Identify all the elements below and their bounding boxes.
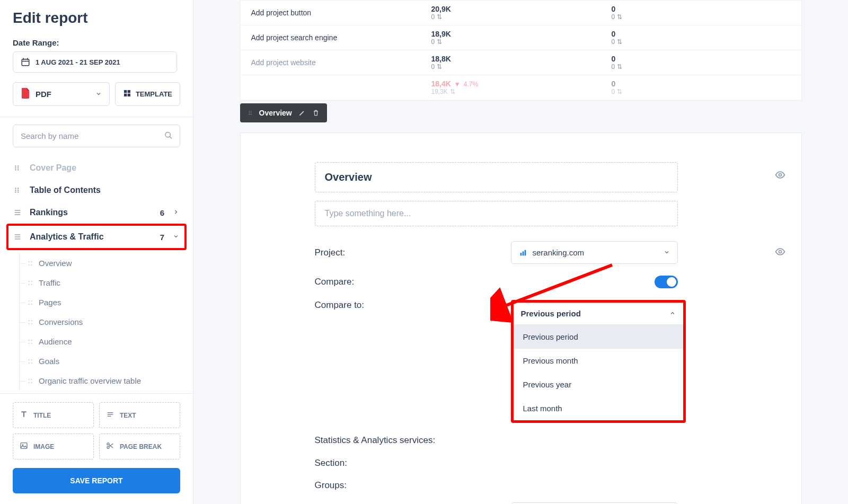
section-label: Section: — [315, 458, 511, 468]
insert-label: TEXT — [120, 412, 136, 419]
cell-delta: 0 — [431, 38, 435, 46]
dropdown-option[interactable]: Previous period — [514, 325, 683, 349]
svg-point-14 — [17, 167, 19, 169]
nav-label: Table of Contents — [30, 185, 180, 195]
drag-icon — [27, 378, 33, 384]
sub-label: Goals — [39, 357, 59, 366]
chevron-down-icon — [95, 90, 102, 99]
dropdown-option[interactable]: Previous year — [514, 373, 683, 396]
title-text: Overview — [325, 171, 668, 183]
svg-point-32 — [29, 281, 30, 282]
search-input[interactable] — [13, 125, 180, 147]
template-button[interactable]: TEMPLATE — [115, 82, 180, 106]
table-row: Add project search engine 18,9K0⇅ 00⇅ — [241, 25, 801, 50]
nav-table-of-contents[interactable]: Table of Contents — [13, 179, 180, 201]
svg-point-69 — [250, 112, 251, 113]
overview-panel: Overview Type something here... Project:… — [240, 132, 802, 504]
svg-point-29 — [29, 264, 30, 266]
analytics-sublist: Overview Traffic Pages Conversions Audie… — [19, 253, 180, 391]
cell-value: 0 — [612, 30, 771, 38]
sub-goals[interactable]: Goals — [23, 351, 180, 371]
table-row: Add project button 20,9K0⇅ 00⇅ — [241, 1, 801, 25]
sub-conversions[interactable]: Conversions — [23, 312, 180, 332]
text-icon — [106, 410, 114, 420]
insert-title-button[interactable]: TITLE — [13, 402, 94, 428]
drag-icon[interactable] — [248, 109, 253, 117]
drag-icon — [27, 358, 33, 365]
svg-rect-5 — [128, 90, 130, 93]
cell-delta: 0 — [431, 63, 435, 70]
svg-rect-4 — [124, 90, 127, 93]
svg-point-67 — [249, 114, 250, 115]
compare-to-select[interactable]: Previous period — [514, 303, 683, 325]
cell-pct: 4.7% — [464, 81, 478, 88]
groups-label: Groups: — [315, 480, 511, 491]
compare-toggle[interactable] — [655, 276, 678, 288]
title-input[interactable]: Overview — [315, 162, 678, 192]
section-toolbar[interactable]: Overview — [240, 103, 327, 122]
nav-cover-page[interactable]: Cover Page — [13, 157, 180, 179]
sub-pages[interactable]: Pages — [23, 293, 180, 312]
select-value: seranking.com — [533, 248, 658, 257]
svg-rect-0 — [22, 59, 29, 66]
svg-point-66 — [249, 112, 250, 113]
nav-analytics-traffic[interactable]: Analytics & Traffic 7 — [13, 230, 180, 244]
sub-overview[interactable]: Overview — [23, 253, 180, 273]
chevron-up-icon — [669, 310, 676, 318]
row-label: Add project website — [241, 51, 421, 74]
svg-point-12 — [15, 169, 16, 170]
chevron-down-icon — [172, 233, 180, 241]
nav-label: Rankings — [30, 208, 153, 217]
save-report-button[interactable]: SAVE REPORT — [13, 468, 180, 493]
svg-rect-59 — [21, 443, 27, 449]
insert-text-button[interactable]: TEXT — [99, 402, 180, 428]
delete-icon[interactable] — [312, 109, 320, 117]
eye-icon[interactable] — [775, 246, 785, 259]
sub-traffic[interactable]: Traffic — [23, 273, 180, 293]
date-range-label: Date Range: — [13, 38, 180, 47]
sort-icon: ⇅ — [450, 88, 455, 95]
date-range-picker[interactable]: 1 AUG 2021 - 21 SEP 2021 — [13, 51, 177, 73]
dropdown-option[interactable]: Last month — [514, 396, 683, 420]
sub-audience[interactable]: Audience — [23, 332, 180, 351]
insert-image-button[interactable]: IMAGE — [13, 434, 94, 459]
svg-point-65 — [249, 111, 250, 112]
insert-label: PAGE BREAK — [120, 443, 162, 450]
dropdown-option[interactable]: Previous month — [514, 349, 683, 373]
title-icon — [20, 410, 28, 420]
svg-point-49 — [29, 362, 30, 364]
drag-icon — [13, 163, 22, 173]
svg-point-43 — [31, 323, 32, 324]
format-select[interactable]: PDF — [13, 82, 110, 106]
insert-page-break-button[interactable]: PAGE BREAK — [99, 434, 180, 459]
table-row-faded: 18,4K▼4.7%19,3K⇅ 00⇅ — [241, 75, 801, 100]
description-input[interactable]: Type something here... — [315, 201, 678, 226]
row-label: Add project search engine — [241, 26, 421, 49]
page-title: Edit report — [13, 10, 180, 26]
edit-icon[interactable] — [298, 109, 306, 117]
cell-delta: 0 — [612, 63, 615, 70]
svg-point-68 — [250, 111, 251, 112]
drag-icon — [27, 260, 33, 267]
cell-value: 0 — [612, 79, 771, 88]
svg-rect-6 — [124, 94, 127, 96]
sub-organic-traffic[interactable]: Organic traffic overview table — [23, 371, 180, 391]
svg-point-40 — [29, 320, 30, 321]
project-select[interactable]: seranking.com — [511, 241, 678, 264]
svg-point-47 — [31, 343, 32, 344]
main-canvas: Add project button 20,9K0⇅ 00⇅ Add proje… — [193, 0, 848, 504]
svg-rect-74 — [524, 250, 526, 255]
eye-icon[interactable] — [775, 170, 785, 182]
list-icon — [13, 232, 22, 242]
nav-label: Cover Page — [30, 163, 180, 173]
drag-icon — [27, 339, 33, 345]
scissors-icon — [106, 441, 114, 452]
image-icon — [20, 441, 28, 452]
down-arrow-icon: ▼ — [454, 81, 461, 88]
drag-icon — [27, 280, 33, 286]
nav-rankings[interactable]: Rankings 6 — [13, 201, 180, 224]
cell-value: 0 — [612, 5, 771, 13]
sub-label: Traffic — [39, 278, 60, 287]
svg-point-71 — [779, 174, 781, 176]
cell-sub: 19,3K — [431, 88, 448, 95]
